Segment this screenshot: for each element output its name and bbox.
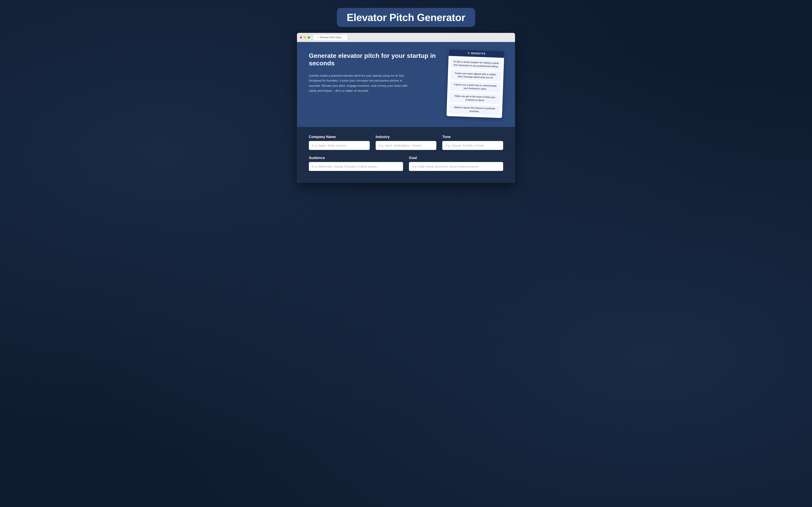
hero-section: Generate elevator pitch for your startup…	[297, 42, 515, 127]
form-row-1: Company Name Industry Tone	[309, 135, 503, 150]
industry-input[interactable]	[376, 141, 437, 150]
benefits-star-icon: ★	[467, 52, 470, 55]
benefit-item-4: Helps you get to the heart of what your …	[449, 93, 501, 104]
benefit-item-2: Keeps your team aligned with a unified, …	[450, 70, 501, 81]
audience-input[interactable]	[309, 162, 403, 171]
browser-chrome: × Elevator Pitch Gene...	[297, 33, 515, 42]
benefits-list: It's like a secret weapon for making a g…	[447, 56, 504, 118]
company-name-label: Company Name	[309, 135, 370, 139]
form-row-2: Audience Goal	[309, 156, 503, 171]
goal-field: Goal	[409, 156, 503, 171]
benefit-item-1: It's like a secret weapon for making a g…	[451, 58, 502, 70]
form-section: Company Name Industry Tone Audience	[297, 127, 515, 183]
page-title: Elevator Pitch Generator	[347, 11, 465, 23]
tone-input[interactable]	[442, 141, 503, 150]
browser-window: × Elevator Pitch Gene... Generate elevat…	[297, 33, 515, 183]
benefits-header-label: BENEFITS	[471, 52, 486, 55]
company-name-field: Company Name	[309, 135, 370, 150]
audience-label: Audience	[309, 156, 403, 160]
tone-label: Tone	[442, 135, 503, 139]
browser-tab[interactable]: × Elevator Pitch Gene...	[314, 35, 347, 40]
hero-heading: Generate elevator pitch for your startup…	[309, 52, 440, 67]
hero-description: Quickly create a powerful elevator pitch…	[309, 73, 412, 93]
audience-field: Audience	[309, 156, 403, 171]
goal-label: Goal	[409, 156, 503, 160]
tone-field: Tone	[442, 135, 503, 150]
page-wrapper: Elevator Pitch Generator × Elevator Pitc…	[0, 0, 812, 195]
browser-dot-yellow[interactable]	[304, 36, 306, 39]
title-badge: Elevator Pitch Generator	[337, 8, 475, 27]
industry-field: Industry	[376, 135, 437, 150]
industry-label: Industry	[376, 135, 437, 139]
company-name-input[interactable]	[309, 141, 370, 150]
hero-content: Generate elevator pitch for your startup…	[309, 52, 440, 93]
tab-text: Elevator Pitch Gene...	[320, 36, 343, 39]
browser-dot-red[interactable]	[300, 36, 302, 39]
tab-label[interactable]: ×	[317, 36, 319, 39]
browser-dot-green[interactable]	[308, 36, 310, 39]
benefit-item-3: It gives you a quick way to communicate …	[450, 81, 501, 93]
goal-input[interactable]	[409, 162, 503, 171]
benefits-card: ★ BENEFITS It's like a secret weapon for…	[447, 49, 504, 118]
benefit-item-5: Ideal to capture the interest of potenti…	[449, 104, 500, 115]
